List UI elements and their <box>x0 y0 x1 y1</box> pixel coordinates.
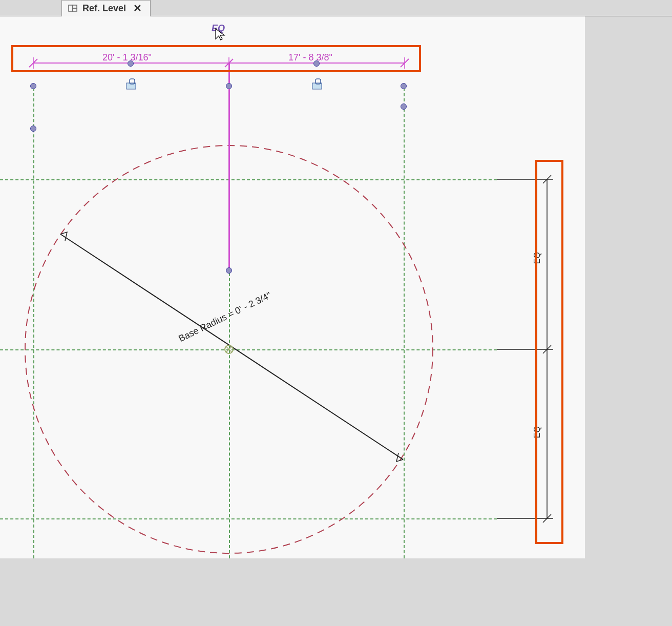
drag-handle[interactable] <box>30 83 36 89</box>
ref-plane-vertical[interactable] <box>33 83 34 558</box>
ref-plane-horizontal[interactable] <box>0 179 497 180</box>
annotation-highlight-top <box>11 45 421 72</box>
ref-plane-vertical[interactable] <box>404 83 405 558</box>
tab-ref-level[interactable]: Ref. Level ✕ <box>61 0 151 16</box>
drawing-overlay <box>0 16 585 558</box>
ref-plane-horizontal[interactable] <box>0 518 497 519</box>
drag-handle[interactable] <box>30 126 36 132</box>
svg-rect-0 <box>69 5 73 11</box>
annotation-highlight-right <box>535 160 563 544</box>
lock-icon[interactable] <box>124 78 140 90</box>
selected-ref-plane[interactable] <box>228 63 230 270</box>
tab-bar: Ref. Level ✕ <box>0 0 672 16</box>
svg-rect-1 <box>73 5 77 8</box>
view-icon <box>68 4 77 13</box>
drag-handle[interactable] <box>401 83 407 89</box>
drag-handle[interactable] <box>401 103 407 110</box>
tab-label: Ref. Level <box>82 3 126 14</box>
tab-close-button[interactable]: ✕ <box>131 2 144 14</box>
eq-toggle[interactable]: EQ <box>212 23 225 34</box>
lock-icon[interactable] <box>310 78 326 90</box>
svg-line-4 <box>60 234 403 460</box>
drawing-canvas[interactable]: 20' - 1 3/16" 17' - 8 3/8" EQ EQ EQ Base… <box>0 16 585 558</box>
ref-plane-horizontal[interactable] <box>0 349 497 350</box>
svg-rect-2 <box>73 8 77 11</box>
radius-parameter-label[interactable]: Base Radius = 0' - 2 3/4" <box>177 290 273 344</box>
drag-handle[interactable] <box>226 83 232 89</box>
drag-handle[interactable] <box>226 267 232 274</box>
